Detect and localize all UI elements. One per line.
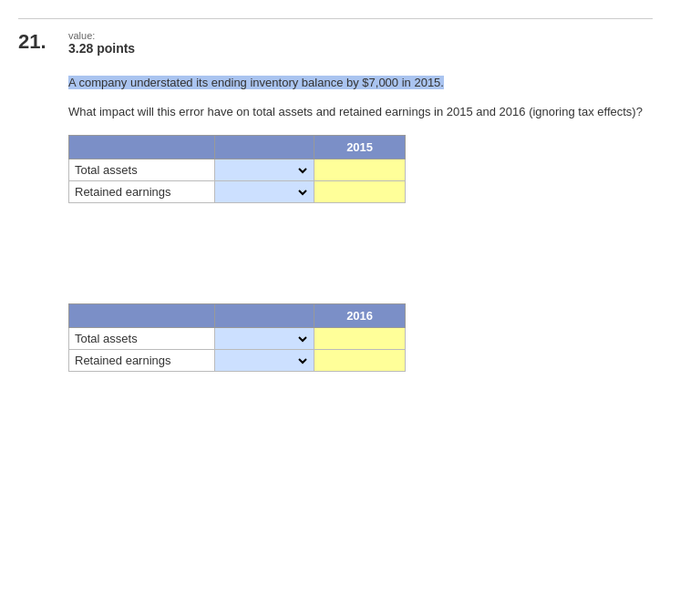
table-2016-header-label (69, 304, 215, 328)
total-assets-select-2015[interactable]: Understated Overstated No Effect (219, 162, 311, 179)
retained-earnings-dropdown-2015[interactable]: Understated Overstated No Effect (214, 181, 314, 203)
table-row: Total assets Understated Overstated No E… (69, 159, 406, 181)
table-2016-header-year: 2016 (314, 304, 406, 328)
total-assets-input-2015[interactable] (320, 163, 399, 177)
highlighted-sentence: A company understated its ending invento… (68, 74, 653, 92)
retained-earnings-label-2016: Retained earnings (69, 350, 215, 372)
retained-earnings-select-2016[interactable]: Understated Overstated No Effect (219, 353, 311, 369)
retained-earnings-value-2015[interactable] (314, 181, 406, 203)
question-body: A company understated its ending invento… (68, 74, 653, 372)
retained-earnings-input-2016[interactable] (320, 354, 399, 367)
table-row: Retained earnings Understated Overstated… (69, 181, 406, 203)
table-2016-header-empty (214, 304, 314, 328)
table-2016-wrapper: 2016 Total assets Understated Overstated… (68, 303, 653, 372)
points-value: 3.28 points (68, 41, 135, 56)
total-assets-value-2015[interactable] (314, 159, 406, 181)
table-row: Total assets Understated Overstated No E… (69, 328, 406, 350)
page-container: 21. value: 3.28 points A company underst… (0, 0, 680, 616)
top-border (18, 18, 653, 19)
table-2015-wrapper: 2015 Total assets Understated Overstated… (68, 135, 653, 203)
value-label: value: (68, 30, 135, 41)
question-header: 21. value: 3.28 points (18, 30, 653, 56)
total-assets-label-2016: Total assets (69, 328, 215, 350)
table-2015-header-year: 2015 (314, 136, 406, 159)
table-2015-header-empty (214, 136, 314, 159)
total-assets-dropdown-2015[interactable]: Understated Overstated No Effect (214, 159, 314, 181)
table-2015: 2015 Total assets Understated Overstated… (68, 135, 406, 203)
total-assets-dropdown-2016[interactable]: Understated Overstated No Effect (214, 328, 314, 350)
table-2016-header-row: 2016 (69, 304, 406, 328)
retained-earnings-label-2015: Retained earnings (69, 181, 215, 203)
retained-earnings-dropdown-2016[interactable]: Understated Overstated No Effect (214, 350, 314, 372)
table-2016: 2016 Total assets Understated Overstated… (68, 303, 406, 372)
retained-earnings-value-2016[interactable] (314, 350, 406, 372)
total-assets-label-2015: Total assets (69, 159, 215, 181)
retained-earnings-input-2015[interactable] (320, 185, 399, 199)
table-2015-header-label (69, 136, 215, 159)
table-row: Retained earnings Understated Overstated… (69, 350, 406, 372)
total-assets-input-2016[interactable] (320, 332, 399, 345)
question-meta: value: 3.28 points (68, 30, 135, 56)
total-assets-value-2016[interactable] (314, 328, 406, 350)
highlighted-text: A company understated its ending invento… (68, 76, 444, 89)
question-text: What impact will this error have on tota… (68, 103, 653, 121)
retained-earnings-select-2015[interactable]: Understated Overstated No Effect (219, 184, 311, 200)
total-assets-select-2016[interactable]: Understated Overstated No Effect (219, 331, 311, 347)
spacer (68, 231, 653, 303)
question-number: 21. (18, 30, 50, 54)
table-2015-header-row: 2015 (69, 136, 406, 159)
